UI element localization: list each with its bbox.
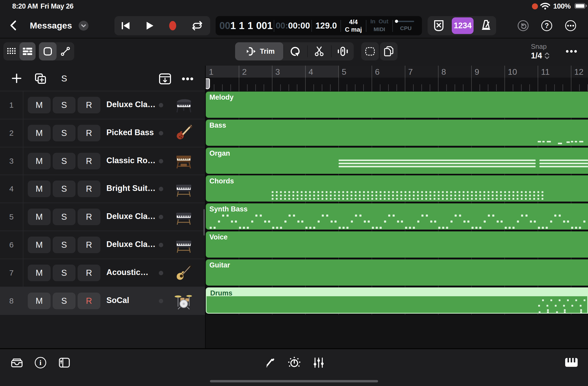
- region[interactable]: Voice: [206, 231, 588, 258]
- track-name: Acoustic…: [106, 268, 148, 277]
- home-indicator[interactable]: [210, 380, 378, 382]
- snap-control[interactable]: Snap 1/4: [531, 43, 550, 60]
- trim-tool-button[interactable]: Trim: [235, 42, 283, 60]
- acoustic-guitar-icon[interactable]: [174, 263, 194, 283]
- track-status-dot: [159, 187, 163, 191]
- title-menu-button[interactable]: [79, 21, 88, 31]
- gain-tool-button[interactable]: [332, 42, 354, 60]
- region[interactable]: Bass: [206, 120, 588, 146]
- region[interactable]: Guitar: [206, 259, 588, 286]
- undo-button[interactable]: [518, 20, 529, 31]
- region[interactable]: Melody: [206, 92, 588, 118]
- play-button[interactable]: [146, 21, 154, 30]
- import-track-button[interactable]: [159, 73, 171, 85]
- solo-column-header[interactable]: S: [61, 73, 67, 84]
- solo-button[interactable]: S: [53, 293, 76, 309]
- back-chevron-icon[interactable]: [10, 20, 17, 31]
- lcd-display[interactable]: 00111001 00:00:00 129.0 4/4 C maj In Out…: [216, 16, 422, 35]
- region[interactable]: Synth Bass: [206, 203, 588, 230]
- solo-button[interactable]: S: [53, 209, 76, 225]
- copy-button[interactable]: [380, 42, 398, 60]
- battery-cap: [586, 5, 587, 7]
- project-title[interactable]: Messages: [30, 20, 72, 31]
- record-enable-button[interactable]: R: [78, 125, 100, 141]
- track-row[interactable]: 5 M S R Deluxe Cla…: [0, 203, 206, 231]
- record-enable-button[interactable]: R: [78, 209, 100, 225]
- keyboard-button[interactable]: [565, 358, 578, 367]
- split-tool-button[interactable]: [308, 42, 331, 60]
- track-row[interactable]: 2 M S R Picked Bass: [0, 119, 206, 147]
- inspector-toggle-button[interactable]: [59, 357, 70, 368]
- tracks-view-button[interactable]: [19, 42, 36, 60]
- solo-button[interactable]: S: [53, 97, 76, 113]
- track-list-more-button[interactable]: [182, 77, 194, 80]
- track-row[interactable]: 1 M S R Deluxe Cla…: [0, 91, 206, 119]
- mute-button[interactable]: M: [28, 237, 51, 253]
- solo-button[interactable]: S: [53, 153, 76, 169]
- bass-guitar-icon[interactable]: [174, 123, 194, 143]
- solo-button[interactable]: S: [53, 237, 76, 253]
- region[interactable]: Chords: [206, 175, 588, 202]
- record-enable-button[interactable]: R: [78, 181, 100, 197]
- help-button[interactable]: ?: [541, 20, 552, 31]
- electric-piano-icon[interactable]: [174, 235, 194, 255]
- grid-view-button[interactable]: [3, 42, 19, 60]
- track-row[interactable]: 8 M S R SoCal: [0, 287, 206, 315]
- no-count-in-icon[interactable]: [433, 20, 444, 32]
- metronome-button[interactable]: [480, 19, 492, 32]
- mute-button[interactable]: M: [28, 181, 51, 197]
- region-name: Guitar: [209, 261, 230, 269]
- region-name: Synth Bass: [209, 205, 248, 213]
- region[interactable]: Organ: [206, 148, 588, 174]
- track-number: 1: [0, 91, 23, 119]
- mute-button[interactable]: M: [28, 153, 51, 169]
- count-in-button[interactable]: 1234: [452, 17, 474, 34]
- automation-mode-button[interactable]: [57, 42, 74, 60]
- track-row[interactable]: 3 M S R Classic Ro…: [0, 147, 206, 175]
- info-button[interactable]: i: [35, 357, 46, 368]
- mixer-button[interactable]: [313, 357, 324, 368]
- record-enable-button[interactable]: R: [78, 97, 100, 113]
- organ-icon[interactable]: [174, 151, 194, 171]
- electric-piano-icon[interactable]: [174, 179, 194, 199]
- timeline-ruler[interactable]: 123456789101112: [206, 66, 588, 91]
- duplicate-track-button[interactable]: [35, 73, 46, 84]
- record-enable-button[interactable]: R: [78, 237, 100, 253]
- track-list-header: S: [0, 66, 206, 91]
- cycle-button[interactable]: [191, 21, 203, 31]
- loop-tool-button[interactable]: [284, 42, 307, 60]
- status-time: 8:20 AM: [12, 2, 38, 10]
- regions-mode-button[interactable]: [39, 42, 57, 60]
- pencil-tool-button[interactable]: [265, 357, 275, 368]
- more-options-button[interactable]: [565, 20, 576, 31]
- record-enable-button[interactable]: R: [78, 153, 100, 169]
- browser-button[interactable]: [11, 358, 23, 368]
- playhead[interactable]: [206, 78, 210, 89]
- add-track-button[interactable]: [12, 74, 21, 83]
- record-button[interactable]: [169, 21, 176, 30]
- timeline-more-button[interactable]: [566, 50, 577, 53]
- mute-button[interactable]: M: [28, 293, 51, 309]
- smart-controls-button[interactable]: [288, 356, 300, 369]
- marquee-button[interactable]: [361, 42, 379, 60]
- grand-piano-icon[interactable]: [174, 95, 194, 115]
- record-enable-button[interactable]: R: [78, 293, 100, 309]
- region-header-strip: [207, 288, 587, 296]
- solo-button[interactable]: S: [53, 125, 76, 141]
- mute-button[interactable]: M: [28, 97, 51, 113]
- record-enable-button[interactable]: R: [78, 265, 100, 281]
- snap-value: 1/4: [531, 51, 542, 60]
- electric-piano-icon[interactable]: [174, 207, 194, 227]
- mute-button[interactable]: M: [28, 125, 51, 141]
- track-row[interactable]: 7 M S R Acoustic…: [0, 259, 206, 287]
- solo-button[interactable]: S: [53, 181, 76, 197]
- mute-button[interactable]: M: [28, 209, 51, 225]
- track-row[interactable]: 6 M S R Deluxe Cla…: [0, 231, 206, 259]
- go-to-beginning-button[interactable]: [121, 22, 130, 30]
- mute-button[interactable]: M: [28, 265, 51, 281]
- solo-button[interactable]: S: [53, 265, 76, 281]
- region[interactable]: Drums: [206, 287, 588, 314]
- vertical-scrollbar[interactable]: [203, 209, 205, 236]
- track-row[interactable]: 4 M S R Bright Suit…: [0, 175, 206, 203]
- drum-kit-icon[interactable]: [174, 291, 194, 311]
